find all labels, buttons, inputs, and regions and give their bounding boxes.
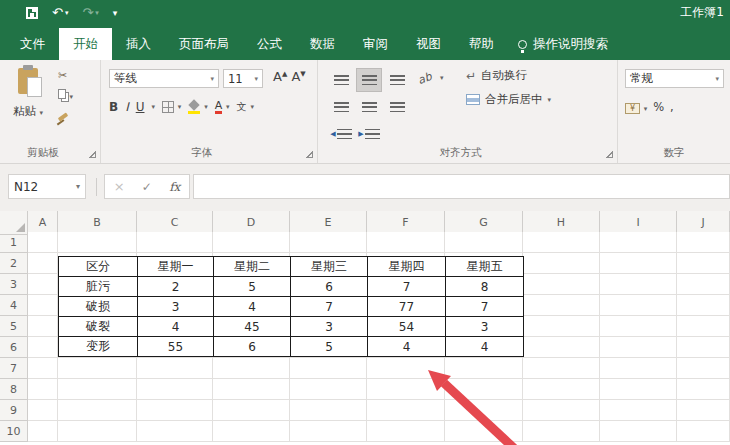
cell-J1[interactable]: [677, 232, 730, 253]
cell-D7[interactable]: [213, 358, 290, 379]
cell-H8[interactable]: [523, 379, 600, 400]
accounting-format-button[interactable]: ¥ ▾: [625, 100, 647, 114]
cell-F9[interactable]: [367, 400, 445, 421]
table-cell[interactable]: 星期一: [138, 257, 214, 277]
cell-E10[interactable]: [290, 421, 367, 442]
save-button[interactable]: [26, 7, 38, 19]
cell-J7[interactable]: [677, 358, 730, 379]
cell-A2[interactable]: [28, 253, 58, 274]
table-cell[interactable]: 脏污: [59, 277, 138, 297]
table-cell[interactable]: 5: [291, 337, 368, 357]
cell-E8[interactable]: [290, 379, 367, 400]
alignment-dialog-launcher[interactable]: [606, 151, 613, 158]
cell-B8[interactable]: [58, 379, 137, 400]
tab-formulas[interactable]: 公式: [243, 28, 296, 60]
table-cell[interactable]: 45: [214, 317, 291, 337]
cell-J9[interactable]: [677, 400, 730, 421]
cell-J4[interactable]: [677, 295, 730, 316]
percent-style-button[interactable]: %: [653, 100, 664, 114]
row-header-4[interactable]: 4: [0, 295, 28, 316]
cell-H3[interactable]: [523, 274, 600, 295]
row-header-1[interactable]: 1: [0, 232, 28, 253]
cell-A4[interactable]: [28, 295, 58, 316]
align-middle-button[interactable]: [356, 68, 382, 92]
tell-me-search[interactable]: 操作说明搜索: [508, 28, 618, 60]
cell-H2[interactable]: [523, 253, 600, 274]
paste-button[interactable]: 粘贴 ▾: [8, 68, 48, 140]
align-left-button[interactable]: [328, 95, 354, 119]
cell-A8[interactable]: [28, 379, 58, 400]
cell-I3[interactable]: [600, 274, 677, 295]
bold-button[interactable]: B: [109, 100, 118, 114]
cell-B9[interactable]: [58, 400, 137, 421]
cell-G8[interactable]: [445, 379, 523, 400]
cell-F1[interactable]: [367, 232, 445, 253]
customize-qat-button[interactable]: ▾: [113, 4, 118, 22]
cell-J3[interactable]: [677, 274, 730, 295]
comma-style-button[interactable]: ,: [670, 100, 674, 114]
font-name-combo[interactable]: 等线▾: [109, 69, 219, 88]
insert-function-button[interactable]: fx: [169, 180, 180, 194]
cell-A10[interactable]: [28, 421, 58, 442]
name-box[interactable]: N12 ▾: [8, 174, 86, 199]
tab-page-layout[interactable]: 页面布局: [165, 28, 243, 60]
format-painter-button[interactable]: [58, 110, 73, 122]
tab-home[interactable]: 开始: [59, 28, 112, 60]
clipboard-dialog-launcher[interactable]: [89, 151, 96, 158]
table-cell[interactable]: 5: [214, 277, 291, 297]
cut-button[interactable]: ✂: [58, 70, 73, 82]
cell-D9[interactable]: [213, 400, 290, 421]
cell-A6[interactable]: [28, 337, 58, 358]
tab-file[interactable]: 文件: [6, 28, 59, 60]
table-cell[interactable]: 3: [291, 317, 368, 337]
cell-I4[interactable]: [600, 295, 677, 316]
merge-center-button[interactable]: 合并后居中 ▾: [466, 92, 551, 107]
cell-G9[interactable]: [445, 400, 523, 421]
cell-H9[interactable]: [523, 400, 600, 421]
table-cell[interactable]: 6: [291, 277, 368, 297]
cell-I6[interactable]: [600, 337, 677, 358]
cell-A1[interactable]: [28, 232, 58, 253]
cell-H5[interactable]: [523, 316, 600, 337]
orientation-button[interactable]: ab: [416, 70, 433, 87]
table-cell[interactable]: 星期二: [214, 257, 291, 277]
table-cell[interactable]: 破损: [59, 297, 138, 317]
font-size-combo[interactable]: 11▾: [223, 69, 263, 88]
row-header-10[interactable]: 10: [0, 421, 28, 442]
font-dialog-launcher[interactable]: [306, 151, 313, 158]
cell-F8[interactable]: [367, 379, 445, 400]
cell-I10[interactable]: [600, 421, 677, 442]
row-header-2[interactable]: 2: [0, 253, 28, 274]
table-cell[interactable]: 7: [291, 297, 368, 317]
cell-H6[interactable]: [523, 337, 600, 358]
cell-I2[interactable]: [600, 253, 677, 274]
cell-F10[interactable]: [367, 421, 445, 442]
underline-button[interactable]: U: [136, 100, 145, 114]
row-header-3[interactable]: 3: [0, 274, 28, 295]
table-cell[interactable]: 8: [446, 277, 524, 297]
cell-B7[interactable]: [58, 358, 137, 379]
italic-button[interactable]: I: [125, 100, 129, 114]
wrap-text-button[interactable]: ↵ 自动换行: [466, 68, 551, 83]
tab-data[interactable]: 数据: [296, 28, 349, 60]
table-cell[interactable]: 77: [368, 297, 446, 317]
cell-H1[interactable]: [523, 232, 600, 253]
cell-G1[interactable]: [445, 232, 523, 253]
font-color-button[interactable]: A ▾: [215, 100, 230, 114]
cell-C1[interactable]: [137, 232, 213, 253]
align-center-button[interactable]: [356, 95, 382, 119]
tab-help[interactable]: 帮助: [455, 28, 508, 60]
table-cell[interactable]: 4: [368, 337, 446, 357]
align-right-button[interactable]: [384, 95, 410, 119]
table-cell[interactable]: 变形: [59, 337, 138, 357]
table-cell[interactable]: 破裂: [59, 317, 138, 337]
cell-D1[interactable]: [213, 232, 290, 253]
table-cell[interactable]: 4: [138, 317, 214, 337]
cell-G10[interactable]: [445, 421, 523, 442]
table-cell[interactable]: 4: [446, 337, 524, 357]
row-header-7[interactable]: 7: [0, 358, 28, 379]
table-cell[interactable]: 7: [368, 277, 446, 297]
row-header-5[interactable]: 5: [0, 316, 28, 337]
cell-J5[interactable]: [677, 316, 730, 337]
table-cell[interactable]: 54: [368, 317, 446, 337]
